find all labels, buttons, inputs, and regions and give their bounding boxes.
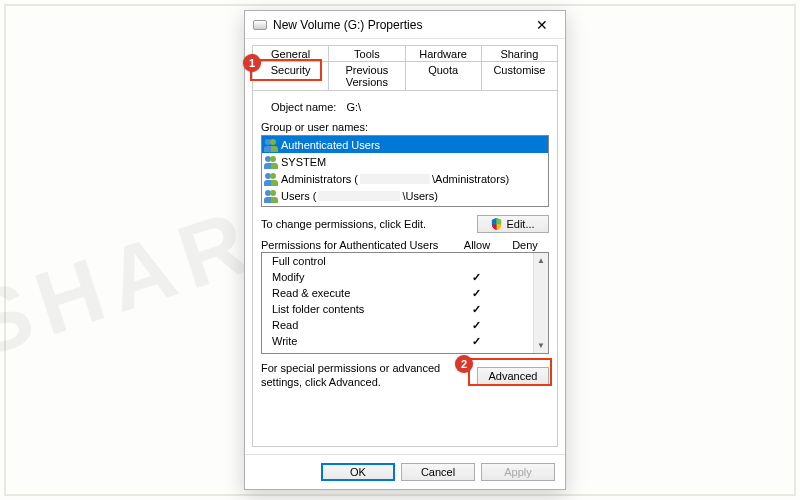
redacted-text xyxy=(318,191,400,201)
tab-general[interactable]: General xyxy=(252,45,329,62)
tab-security[interactable]: Security xyxy=(252,61,329,90)
list-item[interactable]: Users (\Users) xyxy=(262,187,548,204)
tabs: General Tools Hardware Sharing Security … xyxy=(245,39,565,90)
permission-name: Full control xyxy=(272,255,452,267)
edit-button-label: Edit... xyxy=(506,218,534,230)
permission-name: Write xyxy=(272,335,452,347)
permission-row[interactable]: Modify xyxy=(262,269,548,285)
users-icon xyxy=(264,138,278,152)
advanced-button[interactable]: Advanced xyxy=(477,367,549,385)
redacted-text xyxy=(360,174,430,184)
annotation-marker-2: 2 xyxy=(455,355,473,373)
close-button[interactable]: ✕ xyxy=(525,15,559,35)
list-item[interactable]: SYSTEM xyxy=(262,153,548,170)
scrollbar[interactable]: ▲ ▼ xyxy=(533,253,548,353)
tabs-row-2: Security Previous Versions Quota Customi… xyxy=(252,61,558,90)
edit-row: To change permissions, click Edit. Edit.… xyxy=(261,215,549,233)
titlebar[interactable]: New Volume (G:) Properties ✕ xyxy=(245,11,565,39)
list-item[interactable]: Authenticated Users xyxy=(262,136,548,153)
permission-allow xyxy=(452,271,500,284)
edit-button[interactable]: Edit... xyxy=(477,215,549,233)
annotation-marker-1: 1 xyxy=(243,54,261,72)
permission-allow xyxy=(452,303,500,316)
list-item-label: SYSTEM xyxy=(281,156,326,168)
tab-tools[interactable]: Tools xyxy=(328,45,405,62)
object-name-row: Object name: G:\ xyxy=(271,101,549,113)
advanced-row: For special permissions or advanced sett… xyxy=(261,362,549,390)
object-name-value: G:\ xyxy=(346,101,361,113)
permission-row[interactable]: Read & execute xyxy=(262,285,548,301)
advanced-hint: For special permissions or advanced sett… xyxy=(261,362,473,390)
users-icon xyxy=(264,172,278,186)
tab-quota[interactable]: Quota xyxy=(405,61,482,90)
list-item-label: Users ( xyxy=(281,190,316,202)
list-item[interactable]: Administrators (\Administrators) xyxy=(262,170,548,187)
group-user-names-list[interactable]: Authenticated UsersSYSTEMAdministrators … xyxy=(261,135,549,207)
tab-previous-versions[interactable]: Previous Versions xyxy=(328,61,405,90)
properties-dialog: New Volume (G:) Properties ✕ General Too… xyxy=(244,10,566,490)
permission-row[interactable]: Full control xyxy=(262,253,548,269)
tab-customise[interactable]: Customise xyxy=(481,61,558,90)
uac-shield-icon xyxy=(491,218,502,230)
permission-allow xyxy=(452,335,500,348)
permission-row[interactable]: List folder contents xyxy=(262,301,548,317)
permissions-deny-header: Deny xyxy=(501,239,549,251)
permission-allow xyxy=(452,287,500,300)
group-user-names-label: Group or user names: xyxy=(261,121,549,133)
edit-hint: To change permissions, click Edit. xyxy=(261,218,426,230)
object-name-label: Object name: xyxy=(271,101,336,113)
window-title: New Volume (G:) Properties xyxy=(273,18,525,32)
cancel-button[interactable]: Cancel xyxy=(401,463,475,481)
apply-button: Apply xyxy=(481,463,555,481)
permission-row[interactable]: Write xyxy=(262,333,548,349)
tab-hardware[interactable]: Hardware xyxy=(405,45,482,62)
permission-name: Modify xyxy=(272,271,452,283)
permission-allow xyxy=(452,319,500,332)
permissions-title: Permissions for Authenticated Users xyxy=(261,239,453,251)
dialog-buttons: OK Cancel Apply xyxy=(245,454,565,489)
permissions-allow-header: Allow xyxy=(453,239,501,251)
permission-name: Read xyxy=(272,319,452,331)
permission-name: Read & execute xyxy=(272,287,452,299)
list-item-label: Administrators ( xyxy=(281,173,358,185)
users-icon xyxy=(264,189,278,203)
list-item-label: Authenticated Users xyxy=(281,139,380,151)
permission-name: List folder contents xyxy=(272,303,452,315)
drive-icon xyxy=(253,20,267,30)
ok-button[interactable]: OK xyxy=(321,463,395,481)
tab-sharing[interactable]: Sharing xyxy=(481,45,558,62)
users-icon xyxy=(264,155,278,169)
permissions-list[interactable]: Full controlModifyRead & executeList fol… xyxy=(261,252,549,354)
scroll-up-icon[interactable]: ▲ xyxy=(534,253,548,268)
tab-content: Object name: G:\ Group or user names: Au… xyxy=(252,90,558,447)
tabs-row-1: General Tools Hardware Sharing xyxy=(252,45,558,62)
permission-row[interactable]: Read xyxy=(262,317,548,333)
permissions-header: Permissions for Authenticated Users Allo… xyxy=(261,239,549,251)
scroll-down-icon[interactable]: ▼ xyxy=(534,338,548,353)
